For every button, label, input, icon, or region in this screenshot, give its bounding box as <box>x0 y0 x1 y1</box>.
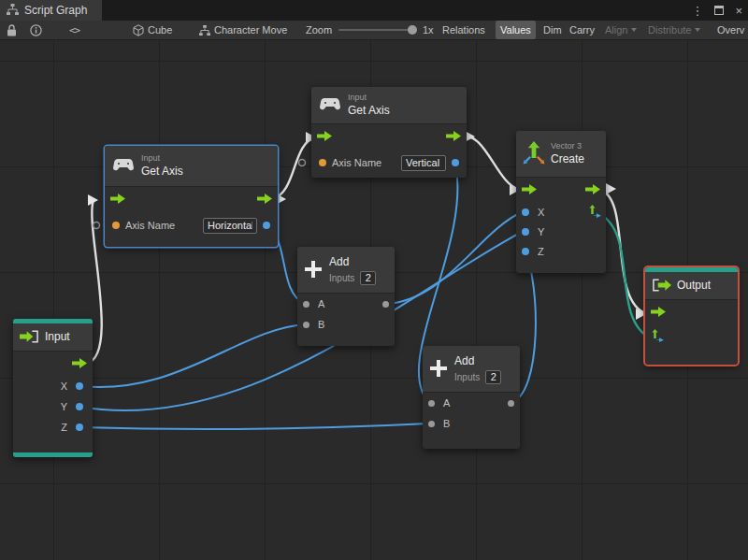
y-label: Y <box>538 226 544 237</box>
info-icon[interactable] <box>30 21 42 39</box>
y-in-port[interactable] <box>522 228 529 236</box>
z-label: Z <box>538 246 544 257</box>
flow-out-port[interactable] <box>446 131 461 143</box>
z-out-label: Z <box>61 422 67 433</box>
vector3-out-port[interactable] <box>588 205 601 220</box>
maximize-icon[interactable] <box>714 4 724 18</box>
code-icon[interactable]: <> <box>69 21 79 39</box>
relations-button[interactable]: Relations <box>438 21 490 39</box>
align-dropdown[interactable]: Align <box>600 21 641 39</box>
node-header[interactable]: Input Get Axis <box>105 146 278 187</box>
node-add-2[interactable]: Add Inputs A B <box>423 346 520 449</box>
inputs-label: Inputs <box>329 272 354 284</box>
sum-out-port[interactable] <box>382 301 389 308</box>
inputs-count-field[interactable] <box>485 370 501 384</box>
x-out-label: X <box>61 381 67 392</box>
kebab-menu-icon[interactable]: ⋮ <box>691 4 703 18</box>
node-category: Input <box>348 93 390 104</box>
node-header[interactable]: Add Inputs <box>297 247 395 294</box>
node-category: Vector 3 <box>551 141 584 152</box>
breadcrumb-character-move[interactable]: Character Move <box>214 21 287 39</box>
a-in-port[interactable] <box>303 301 309 308</box>
graph-toolbar: <> Cube Character Move Zoom 1x Relations… <box>0 21 748 40</box>
cube-icon <box>133 21 144 39</box>
value-out-port[interactable] <box>452 159 459 166</box>
gamepad-icon <box>113 159 134 173</box>
b-label: B <box>443 418 450 429</box>
node-title: Get Axis <box>141 165 183 179</box>
axis-name-port[interactable] <box>112 222 120 229</box>
node-add-1[interactable]: Add Inputs A B <box>297 247 395 346</box>
node-get-axis-horizontal[interactable]: Input Get Axis Axis Name <box>105 146 278 247</box>
axis-name-port[interactable] <box>319 159 326 166</box>
flow-in-port[interactable] <box>110 194 125 206</box>
a-in-port[interactable] <box>428 400 435 407</box>
zoom-label: Zoom <box>306 21 332 39</box>
breadcrumb-cube[interactable]: Cube <box>148 21 172 39</box>
plus-icon <box>305 261 322 280</box>
x-in-port[interactable] <box>522 208 529 216</box>
flow-out-port[interactable] <box>72 358 87 370</box>
lock-icon[interactable] <box>7 21 17 39</box>
tab-script-graph[interactable]: Script Graph <box>0 0 102 21</box>
y-out-label: Y <box>61 401 67 412</box>
chevron-down-icon <box>695 28 700 32</box>
inputs-label: Inputs <box>454 371 480 383</box>
subgraph-accent-bar <box>13 452 93 457</box>
plus-icon <box>430 360 447 379</box>
axis-name-field[interactable] <box>401 155 446 171</box>
x-label: X <box>538 207 544 218</box>
graph-breadcrumb-icon <box>199 21 210 39</box>
node-header[interactable]: Vector 3 Create <box>516 131 606 178</box>
b-label: B <box>318 319 324 330</box>
zoom-slider-track[interactable] <box>338 29 417 31</box>
axis-name-label: Axis Name <box>332 157 381 168</box>
node-title: Create <box>551 152 584 166</box>
b-in-port[interactable] <box>303 322 309 328</box>
axis-name-label: Axis Name <box>125 220 175 231</box>
values-button[interactable]: Values <box>496 21 536 39</box>
input-node-icon <box>20 330 39 345</box>
inputs-count-field[interactable] <box>360 271 376 285</box>
value-out-port[interactable] <box>263 222 270 229</box>
node-header[interactable]: Input Get Axis <box>311 87 467 124</box>
output-node-icon <box>652 279 671 294</box>
zoom-slider-knob[interactable] <box>408 25 417 35</box>
x-out-port[interactable] <box>76 382 83 390</box>
flow-in-port[interactable] <box>317 131 332 143</box>
y-out-port[interactable] <box>76 403 83 410</box>
node-input[interactable]: Input X Y Z <box>13 319 93 457</box>
node-header[interactable]: Output <box>645 272 738 300</box>
zoom-value: 1x <box>423 21 434 39</box>
axis-name-field[interactable] <box>203 218 257 234</box>
node-get-axis-vertical[interactable]: Input Get Axis Axis Name <box>311 87 467 178</box>
close-icon[interactable]: × <box>735 4 742 18</box>
flow-out-port[interactable] <box>585 184 600 196</box>
node-title: Output <box>677 279 711 293</box>
node-output[interactable]: Output <box>645 267 738 365</box>
script-graph-icon <box>7 4 19 18</box>
vector3-in-port[interactable] <box>651 329 664 344</box>
tab-strip: Script Graph ⋮ × <box>0 0 748 21</box>
flow-in-port[interactable] <box>651 307 666 319</box>
node-title: Input <box>45 330 70 344</box>
flow-out-port[interactable] <box>257 194 272 206</box>
flow-in-port[interactable] <box>522 184 537 196</box>
zoom-slider[interactable] <box>338 21 417 39</box>
node-header[interactable]: Add Inputs <box>423 346 520 393</box>
a-label: A <box>318 298 324 309</box>
z-in-port[interactable] <box>522 248 529 255</box>
distribute-dropdown[interactable]: Distribute <box>643 21 705 39</box>
z-out-port[interactable] <box>76 424 83 431</box>
node-title: Add <box>454 354 501 368</box>
b-in-port[interactable] <box>428 421 435 427</box>
overview-button[interactable]: Overv <box>712 21 748 39</box>
dim-button[interactable]: Dim <box>539 21 567 39</box>
node-category: Input <box>141 153 183 165</box>
sum-out-port[interactable] <box>508 400 514 407</box>
a-label: A <box>443 397 450 409</box>
node-header[interactable]: Input <box>13 323 93 352</box>
node-title: Add <box>329 255 376 269</box>
node-vector3-create[interactable]: Vector 3 Create X Y Z <box>516 131 606 273</box>
carry-button[interactable]: Carry <box>565 21 599 39</box>
